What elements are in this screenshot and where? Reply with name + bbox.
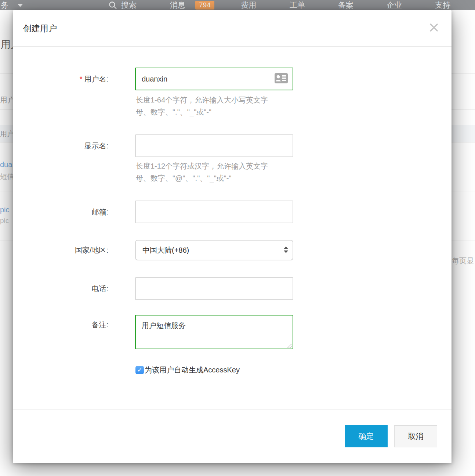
chevron-down-icon [18, 4, 23, 7]
required-mark: * [80, 75, 83, 83]
top-nav: 务 搜索 消息 794 费用 工单 备案 企业 支持 [0, 0, 475, 10]
nav-products-services[interactable]: 务 [1, 0, 8, 10]
close-icon [428, 22, 439, 33]
nav-enterprise[interactable]: 企业 [387, 0, 402, 10]
auto-accesskey-label: 为该用户自动生成AccessKey [145, 365, 240, 375]
remark-label: 备注: [13, 315, 108, 329]
username-input[interactable] [135, 68, 293, 90]
background-user-subtext: pic [0, 217, 9, 225]
country-select[interactable]: 中国大陆(+86) [135, 240, 293, 260]
display-name-help-text: 长度1-12个字符或汉字，允许输入英文字母、数字、"@"、"."、"_"或"-" [136, 160, 272, 184]
display-name-input[interactable] [135, 134, 293, 157]
contact-card-icon[interactable] [274, 73, 288, 85]
background-filter-label: 用户 [0, 95, 15, 105]
select-arrows-icon [284, 246, 288, 253]
message-count-badge[interactable]: 794 [195, 1, 214, 10]
country-selected-value: 中国大陆(+86) [142, 246, 189, 254]
nav-support[interactable]: 支持 [435, 0, 450, 10]
country-label: 国家/地区: [13, 240, 108, 260]
footer-divider [13, 410, 452, 410]
screen: 用户 用户 用户 dua 短信 pic pic 每页显 务 搜索 消息 794 … [0, 0, 475, 476]
nav-messages[interactable]: 消息 [170, 0, 185, 10]
search-icon[interactable] [109, 1, 117, 11]
username-label: *用户名: [13, 68, 108, 90]
username-help-text: 长度1-64个字符，允许输入大小写英文字母、数字、"."、"_"或"-" [136, 94, 272, 118]
auto-accesskey-row[interactable]: 为该用户自动生成AccessKey [135, 365, 240, 375]
cancel-button[interactable]: 取消 [394, 425, 437, 447]
close-button[interactable] [427, 21, 441, 35]
email-field[interactable] [135, 201, 293, 223]
nav-tickets[interactable]: 工单 [290, 0, 305, 10]
email-label: 邮箱: [13, 201, 108, 223]
background-user-link[interactable]: dua [0, 161, 12, 169]
header-divider [13, 46, 452, 47]
background-user-subtext: 短信 [0, 172, 14, 181]
background-pagination-label: 每页显 [452, 256, 474, 266]
nav-billing[interactable]: 费用 [241, 0, 256, 10]
checkbox-checked-icon[interactable] [135, 366, 144, 374]
create-user-dialog: 创建用户 *用户名: 长度1-64个字符，允许输入大小写英文字母、数字、"."、… [13, 10, 452, 463]
display-name-label: 显示名: [13, 134, 108, 157]
background-column-header: 用户 [0, 129, 14, 139]
confirm-button[interactable]: 确定 [345, 425, 388, 447]
dialog-title: 创建用户 [23, 23, 57, 34]
phone-field[interactable] [135, 277, 293, 300]
nav-icp-filing[interactable]: 备案 [338, 0, 353, 10]
background-user-link[interactable]: pic [0, 206, 10, 214]
remark-textarea[interactable]: 用户短信服务 [135, 315, 293, 349]
phone-label: 电话: [13, 277, 108, 300]
nav-search[interactable]: 搜索 [121, 0, 137, 10]
